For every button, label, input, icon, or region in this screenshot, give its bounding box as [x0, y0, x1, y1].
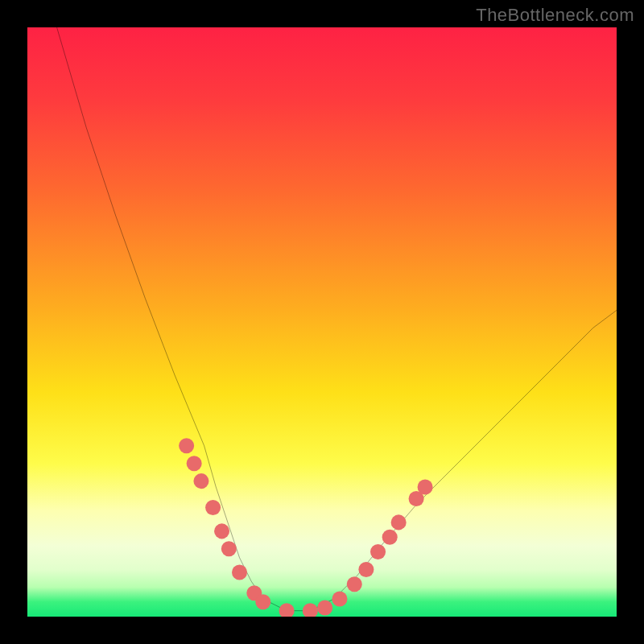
- data-marker: [279, 603, 295, 617]
- watermark-text: TheBottleneck.com: [476, 5, 634, 26]
- data-marker: [358, 562, 374, 577]
- data-marker: [317, 601, 332, 616]
- plot-area: [27, 27, 617, 617]
- data-marker: [303, 603, 318, 617]
- data-marker: [391, 514, 407, 530]
- chart-container: TheBottleneck.com: [0, 0, 644, 644]
- data-marker: [214, 523, 229, 539]
- data-marker: [193, 473, 208, 489]
- data-marker: [187, 456, 202, 471]
- data-marker: [179, 438, 194, 453]
- data-marker: [205, 500, 221, 515]
- data-marker: [232, 565, 247, 580]
- data-marker: [347, 576, 362, 592]
- curve-svg: [27, 27, 617, 617]
- data-marker: [221, 541, 237, 556]
- data-marker: [418, 479, 433, 494]
- markers-group: [179, 438, 432, 617]
- data-marker: [332, 592, 347, 607]
- data-marker: [382, 530, 398, 545]
- data-marker: [370, 544, 386, 559]
- bottleneck-curve: [57, 27, 617, 611]
- data-marker: [255, 594, 270, 609]
